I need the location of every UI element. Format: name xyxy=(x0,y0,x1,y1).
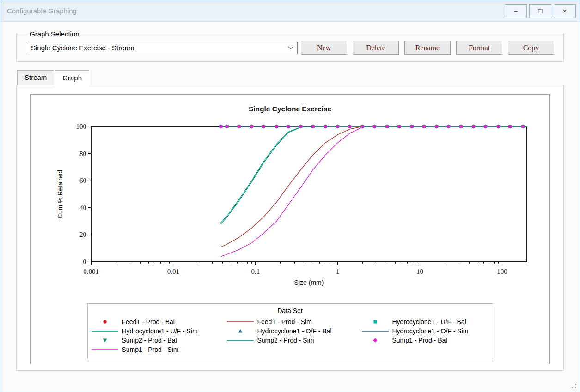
window-title: Configurable Graphing xyxy=(7,7,77,15)
legend-line-sample xyxy=(223,337,257,344)
chevron-down-icon xyxy=(288,44,293,49)
legend-label: Feed1 - Prod - Sim xyxy=(257,318,312,326)
y-tick-label: 0 xyxy=(83,258,86,265)
legend-item: Hydrocyclone1 - O/F - Sim xyxy=(358,326,494,336)
minimize-icon: − xyxy=(514,7,518,15)
legend-label: Sump1 - Prod - Sim xyxy=(122,346,179,353)
maximize-button[interactable]: □ xyxy=(529,4,551,18)
x-tick-label: 10 xyxy=(416,268,423,275)
y-tick-label: 80 xyxy=(79,150,86,157)
legend-item: Sump1 - Prod - Sim xyxy=(88,345,223,354)
window-controls: − □ × xyxy=(505,4,576,18)
legend-item: Sump1 - Prod - Bal xyxy=(358,336,494,345)
legend-label: Sump2 - Prod - Sim xyxy=(257,337,314,344)
copy-button[interactable]: Copy xyxy=(508,41,554,55)
legend-marker-sample xyxy=(223,327,257,335)
legend-title: Data Set xyxy=(88,307,493,314)
x-axis-label: Size (mm) xyxy=(294,279,324,286)
legend-label: Hydrocyclone1 - O/F - Bal xyxy=(257,327,332,335)
close-button[interactable]: × xyxy=(554,4,576,18)
legend-item: Sump2 - Prod - Bal xyxy=(88,336,223,345)
format-button[interactable]: Format xyxy=(456,41,502,55)
legend-marker-sample xyxy=(358,318,392,326)
legend-line-sample xyxy=(88,346,122,353)
legend-label: Sump2 - Prod - Bal xyxy=(122,337,177,344)
dropdown-value: Single Cyclone Exercise - Stream xyxy=(31,44,134,52)
graph-selection-row: Single Cyclone Exercise - Stream New Del… xyxy=(26,41,554,55)
legend-marker-sample xyxy=(88,337,122,344)
legend-marker-sample xyxy=(88,318,122,326)
graph-selection-buttons: New Delete Rename Format Copy xyxy=(301,41,554,55)
legend-label: Hydrocyclone1 - O/F - Sim xyxy=(392,327,469,335)
y-tick-label: 40 xyxy=(79,204,86,211)
legend-label: Sump1 - Prod - Bal xyxy=(392,337,447,344)
legend-item: Feed1 - Prod - Sim xyxy=(223,317,358,326)
legend-line-sample xyxy=(223,318,257,326)
legend-item: Hydrocyclone1 - O/F - Bal xyxy=(223,326,358,336)
minimize-button[interactable]: − xyxy=(505,4,527,18)
graph-selection-dropdown[interactable]: Single Cyclone Exercise - Stream xyxy=(26,42,298,54)
chart-title: Single Cyclone Exercise xyxy=(249,105,331,114)
legend-grid: Feed1 - Prod - BalFeed1 - Prod - SimHydr… xyxy=(88,317,493,354)
square-marker xyxy=(373,320,377,323)
graph-selection-label: Graph Selection xyxy=(28,30,81,38)
x-tick-label: 0.01 xyxy=(167,268,179,275)
legend-item: Hydrocyclone1 - U/F - Sim xyxy=(88,326,223,336)
legend-item: Sump2 - Prod - Sim xyxy=(223,336,358,345)
legend-label: Hydrocyclone1 - U/F - Sim xyxy=(122,327,198,335)
legend-marker-sample xyxy=(358,337,392,344)
delete-button[interactable]: Delete xyxy=(353,41,399,55)
y-tick-label: 100 xyxy=(76,123,86,130)
legend-item: Hydrocyclone1 - U/F - Bal xyxy=(358,317,494,326)
series-line xyxy=(221,127,527,223)
new-button[interactable]: New xyxy=(301,41,347,55)
triangle-up-marker xyxy=(238,329,242,333)
x-tick-label: 0.1 xyxy=(251,268,260,275)
chart-legend: Data Set Feed1 - Prod - BalFeed1 - Prod … xyxy=(87,303,493,359)
series-line xyxy=(221,127,527,247)
chart: 0204060801000.0010.010.1110100Size (mm)C… xyxy=(34,115,547,292)
graph-tab-page: Single Cyclone Exercise 0204060801000.00… xyxy=(16,85,564,371)
y-axis-label: Cum % Retained xyxy=(56,170,64,219)
legend-line-sample xyxy=(358,327,392,335)
legend-line-sample xyxy=(88,327,122,335)
rename-button[interactable]: Rename xyxy=(404,41,451,55)
resize-grip[interactable] xyxy=(572,384,577,389)
tab-graph[interactable]: Graph xyxy=(55,70,89,85)
y-tick-label: 60 xyxy=(79,177,86,184)
legend-item: Feed1 - Prod - Bal xyxy=(88,317,223,326)
close-icon: × xyxy=(563,7,567,15)
app-window: Configurable Graphing − □ × Graph Select… xyxy=(0,0,580,392)
triangle-down-marker xyxy=(103,338,107,342)
legend-label: Feed1 - Prod - Bal xyxy=(122,318,175,326)
title-bar: Configurable Graphing − □ × xyxy=(0,0,580,22)
circle-marker xyxy=(103,320,106,323)
plot-frame xyxy=(91,127,527,262)
y-tick-label: 20 xyxy=(79,231,86,238)
tab-stream[interactable]: Stream xyxy=(17,70,54,85)
series-line xyxy=(221,127,527,256)
diamond-marker xyxy=(373,338,378,343)
x-tick-label: 0.001 xyxy=(83,268,99,275)
legend-label: Hydrocyclone1 - U/F - Bal xyxy=(392,318,466,326)
x-tick-label: 1 xyxy=(336,268,339,275)
graph-selection-groupbox: Graph Selection Single Cyclone Exercise … xyxy=(16,30,564,62)
chart-panel: Single Cyclone Exercise 0204060801000.00… xyxy=(30,94,550,364)
maximize-icon: □ xyxy=(538,7,542,15)
tab-strip: Stream Graph xyxy=(17,70,564,85)
x-tick-label: 100 xyxy=(497,268,507,275)
window-content: Graph Selection Single Cyclone Exercise … xyxy=(0,22,580,392)
series-line xyxy=(221,127,527,224)
